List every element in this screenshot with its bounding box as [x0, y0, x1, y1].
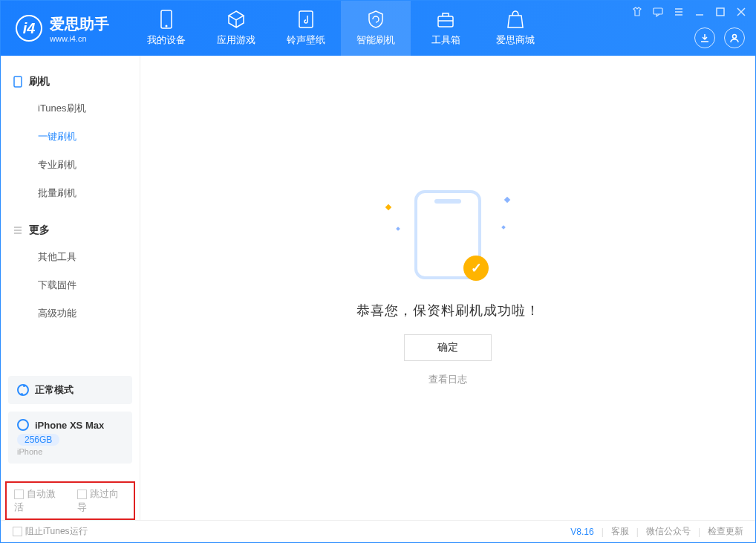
- close-icon[interactable]: [734, 5, 748, 19]
- sparkle-icon: [501, 225, 506, 230]
- separator: |: [636, 527, 639, 537]
- checkbox-skip-wizard[interactable]: 跳过向导: [77, 487, 127, 514]
- list-icon: [13, 225, 23, 235]
- minimize-icon[interactable]: [693, 5, 706, 19]
- footer: 阻止iTunes运行 V8.16 | 客服 | 微信公众号 | 检查更新: [1, 520, 755, 542]
- mode-card[interactable]: 正常模式: [8, 376, 132, 404]
- svg-rect-5: [717, 8, 724, 16]
- bag-icon: [506, 10, 525, 29]
- tab-ringtones-wallpapers[interactable]: 铃声壁纸: [271, 1, 341, 56]
- version-label: V8.16: [570, 527, 593, 537]
- sidebar-item-other-tools[interactable]: 其他工具: [1, 243, 140, 271]
- logo-text: 爱思助手 www.i4.cn: [50, 14, 109, 43]
- app-title: 爱思助手: [50, 14, 109, 34]
- tab-label: 铃声壁纸: [287, 33, 325, 47]
- sidebar: 刷机 iTunes刷机 一键刷机 专业刷机 批量刷机 更多 其他工具 下载固件 …: [1, 56, 140, 520]
- checkbox-auto-activate[interactable]: 自动激活: [14, 487, 64, 514]
- view-log-link[interactable]: 查看日志: [428, 373, 467, 386]
- body-area: 刷机 iTunes刷机 一键刷机 专业刷机 批量刷机 更多 其他工具 下载固件 …: [1, 56, 755, 520]
- checkbox-label: 阻止iTunes运行: [25, 526, 88, 536]
- tab-label: 工具箱: [431, 33, 460, 47]
- app-header: i4 爱思助手 www.i4.cn 我的设备 应用游戏 铃声壁纸 智能刷机 工具…: [1, 1, 755, 56]
- svg-rect-3: [438, 16, 453, 27]
- footer-right: V8.16 | 客服 | 微信公众号 | 检查更新: [570, 525, 743, 538]
- device-icon: [157, 10, 176, 29]
- device-mode: 正常模式: [35, 383, 74, 397]
- sidebar-group-more: 更多: [1, 218, 140, 243]
- menu-icon[interactable]: [672, 5, 685, 19]
- nav-tabs: 我的设备 应用游戏 铃声壁纸 智能刷机 工具箱 爱思商城: [131, 1, 550, 56]
- footer-link-support[interactable]: 客服: [611, 525, 629, 538]
- sidebar-item-itunes-flash[interactable]: iTunes刷机: [1, 94, 140, 123]
- refresh-icon: [17, 384, 29, 396]
- success-check-icon: ✓: [463, 256, 489, 281]
- device-card[interactable]: iPhone XS Max 256GB iPhone: [8, 412, 132, 464]
- separator: |: [698, 527, 700, 537]
- app-subtitle: www.i4.cn: [50, 34, 109, 43]
- phone-icon: [17, 419, 29, 431]
- cube-icon: [227, 10, 246, 29]
- music-file-icon: [296, 10, 316, 29]
- separator: |: [602, 527, 604, 537]
- window-controls: [630, 5, 748, 19]
- toolbox-icon: [436, 10, 455, 29]
- tab-label: 应用游戏: [217, 33, 255, 47]
- svg-point-6: [733, 35, 737, 39]
- sparkle-icon: [396, 227, 400, 231]
- sidebar-group-flash: 刷机: [1, 69, 140, 94]
- device-name: iPhone XS Max: [35, 420, 104, 431]
- user-button[interactable]: [724, 27, 745, 48]
- sidebar-item-advanced[interactable]: 高级功能: [1, 299, 140, 328]
- svg-point-1: [166, 25, 168, 27]
- phone-illustration: ✓: [414, 190, 481, 279]
- storage-badge: 256GB: [17, 434, 59, 446]
- tab-label: 我的设备: [147, 33, 186, 47]
- ok-button[interactable]: 确定: [404, 334, 492, 361]
- sidebar-item-download-firmware[interactable]: 下载固件: [1, 271, 140, 299]
- feedback-icon[interactable]: [651, 5, 665, 19]
- header-action-buttons: [694, 27, 745, 48]
- sidebar-item-onekey-flash[interactable]: 一键刷机: [1, 123, 140, 151]
- checkbox-block-itunes[interactable]: 阻止iTunes运行: [13, 525, 88, 538]
- maximize-icon[interactable]: [714, 5, 727, 19]
- success-message: 恭喜您，保资料刷机成功啦！: [356, 302, 540, 319]
- shield-refresh-icon: [366, 10, 385, 29]
- tab-my-device[interactable]: 我的设备: [131, 1, 201, 56]
- svg-rect-4: [654, 8, 662, 14]
- checkbox-icon: [13, 527, 22, 536]
- footer-left: 阻止iTunes运行: [13, 525, 88, 538]
- sidebar-item-pro-flash[interactable]: 专业刷机: [1, 151, 140, 179]
- tab-label: 爱思商城: [496, 33, 535, 47]
- tab-store[interactable]: 爱思商城: [480, 1, 550, 56]
- options-highlight-box: 自动激活 跳过向导: [5, 481, 135, 520]
- checkbox-icon: [77, 490, 87, 499]
- download-button[interactable]: [694, 27, 715, 48]
- tshirt-icon[interactable]: [630, 5, 644, 19]
- tab-toolbox[interactable]: 工具箱: [411, 1, 480, 56]
- phone-notch: [434, 199, 461, 204]
- tab-apps-games[interactable]: 应用游戏: [201, 1, 271, 56]
- svg-rect-7: [14, 77, 22, 87]
- app-logo-icon: i4: [16, 15, 42, 42]
- main-content: ✓ 恭喜您，保资料刷机成功啦！ 确定 查看日志: [140, 56, 755, 520]
- tab-smart-flash[interactable]: 智能刷机: [341, 1, 411, 56]
- checkbox-icon: [14, 490, 24, 499]
- tab-label: 智能刷机: [356, 33, 395, 47]
- phone-icon: [13, 77, 23, 87]
- device-type: iPhone: [17, 447, 123, 456]
- logo-area: i4 爱思助手 www.i4.cn: [1, 14, 124, 43]
- illustration: ✓: [414, 190, 481, 279]
- group-title: 刷机: [29, 75, 50, 88]
- sidebar-item-batch-flash[interactable]: 批量刷机: [1, 179, 140, 207]
- svg-rect-2: [299, 11, 313, 27]
- device-cards: 正常模式 iPhone XS Max 256GB iPhone: [1, 376, 140, 481]
- footer-link-wechat[interactable]: 微信公众号: [646, 525, 691, 538]
- footer-link-update[interactable]: 检查更新: [708, 525, 743, 538]
- sparkle-icon: [504, 196, 510, 202]
- group-title: 更多: [29, 224, 50, 237]
- sparkle-icon: [385, 204, 391, 209]
